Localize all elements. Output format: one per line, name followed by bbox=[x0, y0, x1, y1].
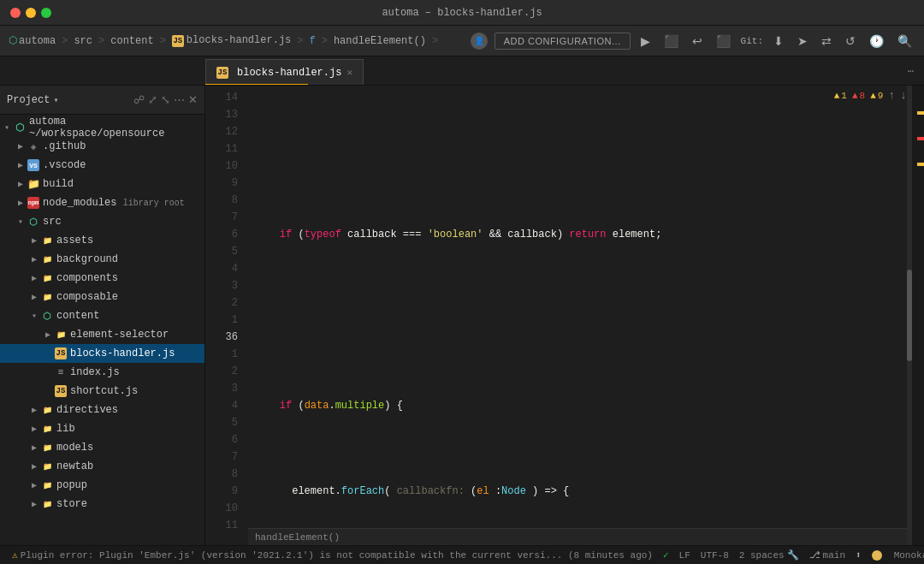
breadcrumb-func[interactable]: f bbox=[309, 35, 315, 47]
breadcrumb-automa[interactable]: ⬡automa bbox=[9, 34, 56, 47]
breadcrumb-content[interactable]: content bbox=[110, 35, 153, 47]
status-branch: ⎇ main bbox=[804, 549, 850, 561]
error-count-b: 9 bbox=[878, 91, 884, 101]
line-num-5b: 5 bbox=[205, 414, 238, 431]
run-button[interactable]: ▶ bbox=[637, 33, 654, 50]
minimize-button[interactable] bbox=[26, 8, 36, 18]
debug-button[interactable]: ⬛ bbox=[660, 33, 682, 50]
git-revert-button[interactable]: ↺ bbox=[842, 33, 859, 50]
sidebar-item-github[interactable]: ▶ ◈ .github bbox=[0, 137, 204, 156]
code-line-12 bbox=[255, 312, 912, 329]
sidebar-item-vscode[interactable]: ▶ VS .vscode bbox=[0, 156, 204, 175]
sidebar-item-composable[interactable]: ▶ 📁 composable bbox=[0, 288, 204, 306]
warning-triangle-icon: ▲ bbox=[834, 91, 840, 101]
code-content[interactable]: if (typeof callback === 'boolean' && cal… bbox=[248, 86, 912, 545]
tab-blocks-handler[interactable]: JS blocks-handler.js ✕ bbox=[205, 59, 364, 85]
tab-label: blocks-handler.js bbox=[237, 67, 341, 79]
breadcrumb-handle[interactable]: handleElement() bbox=[334, 35, 426, 47]
status-encoding[interactable]: UTF-8 bbox=[696, 550, 734, 561]
add-configuration-button[interactable]: ADD CONFIGURATION... bbox=[495, 33, 631, 50]
line-num-8b: 8 bbox=[205, 466, 238, 483]
function-hint-label: handleElement() bbox=[255, 532, 340, 543]
sidebar-expand-button[interactable]: ⤢ bbox=[148, 93, 157, 106]
sidebar-item-index-js[interactable]: ≡ index.js bbox=[0, 363, 204, 382]
code-line-14 bbox=[255, 140, 912, 157]
sidebar-header: Project ▾ ☍ ⤢ ⤡ ⋯ ✕ bbox=[0, 86, 204, 115]
toolbar-right: 👤 ADD CONFIGURATION... ▶ ⬛ ↩ ⬛ Git: ⬇ ➤ … bbox=[471, 33, 915, 50]
line-num-9b: 9 bbox=[205, 483, 238, 500]
vertical-scrollbar-thumb[interactable] bbox=[907, 270, 912, 361]
line-num-12: 12 bbox=[205, 123, 238, 140]
sidebar-menu-button[interactable]: ⋯ bbox=[174, 93, 185, 106]
status-indent: 2 spaces 🔧 bbox=[734, 549, 804, 561]
sidebar-item-content[interactable]: ▾ ⬡ content bbox=[0, 306, 204, 325]
gutter-mark-warn bbox=[917, 111, 924, 115]
git-history-button[interactable]: 🕐 bbox=[866, 33, 887, 50]
error-badge-b: ▲ 9 bbox=[870, 91, 883, 101]
sidebar-item-directives[interactable]: ▶ 📁 directives bbox=[0, 401, 204, 419]
step-button[interactable]: ↩ bbox=[689, 33, 706, 50]
breadcrumb-src[interactable]: src bbox=[74, 35, 92, 47]
main-area: Project ▾ ☍ ⤢ ⤡ ⋯ ✕ ▾ ⬡ automa ~/workspa… bbox=[0, 86, 924, 545]
line-num-10b: 10 bbox=[205, 500, 238, 517]
code-line-13: if (typeof callback === 'boolean' && cal… bbox=[255, 226, 912, 243]
code-line-10: element.forEach( callbackfn: (el :Node )… bbox=[255, 483, 912, 500]
sidebar-item-element-selector[interactable]: ▶ 📁 element-selector bbox=[0, 325, 204, 344]
sidebar-item-background[interactable]: ▶ 📁 background bbox=[0, 250, 204, 269]
sidebar-item-lib[interactable]: ▶ 📁 lib bbox=[0, 419, 204, 438]
line-num-2b: 2 bbox=[205, 363, 238, 380]
sidebar-item-popup[interactable]: ▶ 📁 popup bbox=[0, 476, 204, 495]
breadcrumb-sep-6: > bbox=[432, 35, 438, 47]
line-num-14: 14 bbox=[205, 89, 238, 106]
wrench-icon: 🔧 bbox=[787, 549, 799, 561]
breadcrumb-sep-1: > bbox=[62, 35, 68, 47]
sidebar-item-src[interactable]: ▾ ⬡ src bbox=[0, 212, 204, 231]
project-label: Project bbox=[7, 94, 50, 106]
tab-bar: JS blocks-handler.js ✕ ⋯ bbox=[0, 56, 924, 86]
git-upload-icon: ⬆ bbox=[856, 549, 862, 561]
sidebar-item-store[interactable]: ▶ 📁 store bbox=[0, 495, 204, 514]
error-badge-a: ▲ 8 bbox=[852, 91, 865, 101]
warning-up-button[interactable]: ↑ bbox=[888, 89, 895, 102]
warning-bar: ▲ 1 ▲ 8 ▲ 9 ↑ ↓ bbox=[834, 89, 907, 102]
line-num-36: 36 bbox=[205, 329, 238, 346]
status-monokai[interactable]: Monokai Pro (Material) bbox=[889, 550, 924, 561]
maximize-button[interactable] bbox=[41, 8, 51, 18]
sidebar-item-models[interactable]: ▶ 📁 models bbox=[0, 438, 204, 457]
sidebar-item-node-modules[interactable]: ▶ npm node_modules library root bbox=[0, 193, 204, 212]
right-gutter bbox=[912, 86, 924, 545]
line-num-4: 4 bbox=[205, 260, 238, 277]
tree-root-automa[interactable]: ▾ ⬡ automa ~/workspace/opensource bbox=[0, 118, 204, 137]
status-circle-orange bbox=[867, 550, 889, 561]
sidebar-close-button[interactable]: ✕ bbox=[188, 93, 198, 106]
status-warning-icon: ⚠ bbox=[12, 549, 18, 561]
user-icon[interactable]: 👤 bbox=[471, 33, 488, 50]
window-controls bbox=[10, 8, 51, 18]
sidebar-new-file-button[interactable]: ☍ bbox=[133, 93, 145, 106]
git-branch-button[interactable]: ⇄ bbox=[818, 33, 835, 50]
breadcrumb-sep-4: > bbox=[297, 35, 303, 47]
warning-down-button[interactable]: ↓ bbox=[900, 89, 907, 102]
git-pull-button[interactable]: ⬇ bbox=[770, 33, 787, 50]
sidebar-item-blocks-handler[interactable]: JS blocks-handler.js bbox=[0, 344, 204, 363]
sidebar-item-shortcut-js[interactable]: JS shortcut.js bbox=[0, 382, 204, 401]
tab-more-button[interactable]: ⋯ bbox=[908, 64, 914, 77]
sidebar-item-build[interactable]: ▶ 📁 build bbox=[0, 175, 204, 193]
error-count-a: 8 bbox=[860, 91, 866, 101]
stop-button[interactable]: ⬛ bbox=[713, 33, 734, 50]
sidebar-collapse-button[interactable]: ⤡ bbox=[161, 93, 170, 106]
search-button[interactable]: 🔍 bbox=[894, 33, 915, 50]
sidebar-item-components[interactable]: ▶ 📁 components bbox=[0, 269, 204, 288]
sidebar-item-assets[interactable]: ▶ 📁 assets bbox=[0, 231, 204, 250]
sidebar-item-newtab[interactable]: ▶ 📁 newtab bbox=[0, 457, 204, 476]
status-checkmark: ✓ bbox=[658, 549, 674, 561]
title-bar: automa – blocks-handler.js bbox=[0, 0, 924, 26]
git-push-button[interactable]: ➤ bbox=[794, 33, 811, 50]
close-button[interactable] bbox=[10, 8, 21, 18]
status-lf[interactable]: LF bbox=[674, 550, 696, 561]
code-editor[interactable]: ▲ 1 ▲ 8 ▲ 9 ↑ ↓ 14 13 12 11 10 9 8 7 6 bbox=[205, 86, 924, 545]
breadcrumb-file[interactable]: JSblocks-handler.js bbox=[172, 34, 291, 47]
tab-close-button[interactable]: ✕ bbox=[346, 67, 352, 78]
vertical-scrollbar-track[interactable] bbox=[907, 86, 912, 545]
line-num-7b: 7 bbox=[205, 448, 238, 466]
